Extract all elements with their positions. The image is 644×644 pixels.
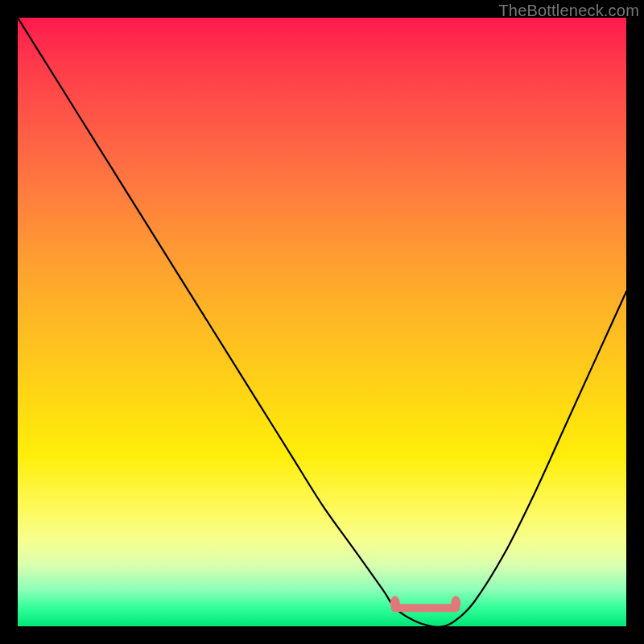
optimal-band-left-marker bbox=[390, 596, 400, 610]
watermark-text: TheBottleneck.com bbox=[498, 2, 639, 20]
curve-svg bbox=[18, 18, 626, 626]
chart-frame: TheBottleneck.com bbox=[0, 0, 644, 644]
optimal-band-right-marker bbox=[451, 596, 460, 610]
plot-area bbox=[18, 18, 626, 626]
bottleneck-curve bbox=[18, 18, 626, 627]
